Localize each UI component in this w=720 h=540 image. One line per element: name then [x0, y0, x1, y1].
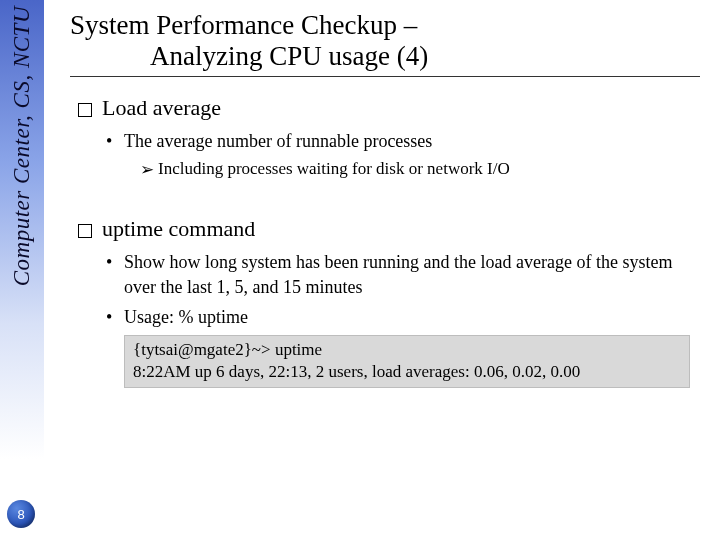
- dot-bullet-icon: •: [106, 250, 124, 299]
- heading-text: uptime command: [102, 216, 255, 242]
- section-heading-load-average: Load average: [78, 95, 700, 121]
- title-line-1: System Performance Checkup –: [70, 10, 700, 41]
- bullet-text: The average number of runnable processes: [124, 129, 432, 153]
- slide: Computer Center, CS, NCTU 8 System Perfo…: [0, 0, 720, 540]
- dot-bullet-icon: •: [106, 305, 124, 329]
- title-underline: [70, 76, 700, 77]
- section-heading-uptime: uptime command: [78, 216, 700, 242]
- page-number: 8: [17, 507, 24, 522]
- square-bullet-icon: [78, 224, 92, 238]
- spacer: [78, 184, 700, 202]
- bullet-text: Usage: % uptime: [124, 305, 248, 329]
- square-bullet-icon: [78, 103, 92, 117]
- content-area: System Performance Checkup – Analyzing C…: [70, 10, 700, 530]
- bullet-text: Show how long system has been running an…: [124, 250, 700, 299]
- sidebar-label-container: Computer Center, CS, NCTU: [0, 0, 44, 540]
- sub-bullet-text: Including processes waiting for disk or …: [158, 159, 510, 180]
- sub-bullet-item: ➢ Including processes waiting for disk o…: [140, 159, 700, 180]
- sidebar-label: Computer Center, CS, NCTU: [9, 0, 35, 292]
- title-line-2: Analyzing CPU usage (4): [70, 41, 700, 72]
- code-line: {tytsai@mgate2}~> uptime: [133, 339, 681, 361]
- dot-bullet-icon: •: [106, 129, 124, 153]
- code-line: 8:22AM up 6 days, 22:13, 2 users, load a…: [133, 361, 681, 383]
- body: Load average • The average number of run…: [70, 95, 700, 388]
- bullet-item: • Show how long system has been running …: [106, 250, 700, 299]
- arrow-bullet-icon: ➢: [140, 159, 158, 180]
- bullet-item: • Usage: % uptime: [106, 305, 700, 329]
- heading-text: Load average: [102, 95, 221, 121]
- page-number-badge: 8: [7, 500, 35, 528]
- terminal-output-box: {tytsai@mgate2}~> uptime 8:22AM up 6 day…: [124, 335, 690, 388]
- bullet-item: • The average number of runnable process…: [106, 129, 700, 153]
